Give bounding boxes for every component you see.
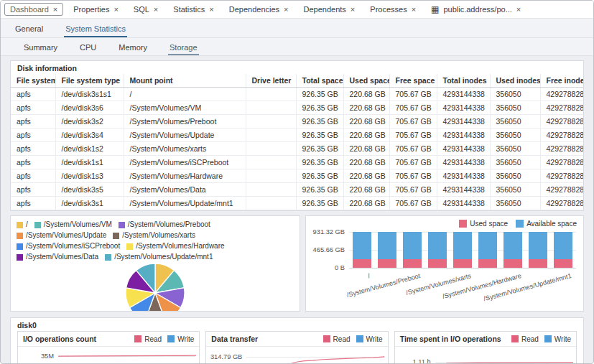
used-space-segment	[503, 259, 522, 268]
legend-swatch	[544, 335, 552, 342]
table-cell: 220.68 GB	[343, 115, 389, 129]
table-cell: 705.67 GB	[389, 88, 437, 101]
close-icon[interactable]: ×	[154, 6, 158, 13]
line-chart-title: Data transfer	[211, 335, 258, 343]
close-icon[interactable]: ×	[284, 6, 288, 13]
available-space-segment	[503, 232, 522, 259]
pie-chart	[11, 262, 300, 312]
tab-general[interactable]: General	[14, 21, 45, 37]
close-icon[interactable]: ×	[53, 6, 57, 13]
legend-item: /System/Volumes/Data	[17, 252, 98, 262]
legend-label: Used space	[470, 220, 508, 228]
column-header: Mount point	[124, 74, 246, 88]
tab-properties[interactable]: Properties×	[68, 4, 124, 15]
main-tabbar: Dashboard×Properties×SQL×Statistics×Depe…	[1, 1, 593, 19]
storage-charts-row: //System/Volumes/VM/System/Volumes/Prebo…	[10, 215, 584, 312]
table-cell: 926.35 GB	[296, 129, 343, 142]
table-cell: apfs	[11, 129, 55, 142]
table-row: apfs/dev/disk1s1/System/Volumes/iSCPrebo…	[11, 156, 583, 169]
legend-item: /System/Volumes/Update/mnt1	[105, 252, 213, 262]
table-cell: 4292788288	[540, 169, 583, 183]
close-icon[interactable]: ×	[351, 6, 355, 13]
table-row: apfs/dev/disk1s3/System/Volumes/Hardware…	[11, 169, 583, 183]
close-icon[interactable]: ×	[113, 6, 118, 13]
table-cell: apfs	[11, 101, 55, 115]
table-cell: 356050	[490, 183, 540, 197]
table-cell: /System/Volumes/Update	[124, 129, 246, 142]
disk-information-panel: Disk information File systemFile system …	[10, 60, 584, 211]
tab-dependents[interactable]: Dependents×	[299, 4, 361, 15]
dashboard-tabbar: GeneralSystem Statistics	[1, 19, 593, 38]
table-cell	[246, 169, 296, 183]
table-cell: 4293144338	[437, 156, 490, 169]
legend-swatch	[323, 335, 330, 342]
available-space-segment	[428, 232, 447, 259]
legend-swatch	[167, 335, 175, 342]
tab-dependencies[interactable]: Dependencies×	[224, 4, 294, 15]
legend-label: /System/Volumes/iSCPreboot	[26, 241, 120, 251]
tab-statistics[interactable]: Statistics×	[168, 4, 218, 15]
y-axis-tick: 465.66 GB	[307, 246, 345, 253]
tab-label: Properties	[73, 5, 109, 14]
legend-swatch	[459, 220, 467, 228]
table-cell: 220.68 GB	[343, 156, 389, 169]
legend-swatch	[17, 222, 23, 228]
legend-swatch	[126, 243, 133, 250]
tab-cpu[interactable]: CPU	[78, 40, 98, 55]
table-cell: 705.67 GB	[389, 142, 437, 156]
y-axis-tick: 35M	[18, 353, 54, 360]
disk-information-title: Disk information	[11, 61, 583, 74]
table-cell: 4293144338	[437, 197, 490, 210]
table-cell: /dev/disk3s1s1	[55, 88, 124, 101]
line-chart-body: 314.79 GB	[206, 347, 387, 364]
tab-summary[interactable]: Summary	[22, 40, 59, 55]
table-cell: 356050	[490, 197, 540, 210]
table-cell: 926.35 GB	[296, 88, 343, 101]
used-space-segment	[453, 259, 472, 268]
legend-label: Available space	[526, 220, 577, 228]
tab-dashboard[interactable]: Dashboard×	[4, 3, 63, 16]
stacked-bar	[554, 232, 572, 268]
table-cell: 926.35 GB	[296, 197, 343, 210]
tab-label: Processes	[370, 5, 407, 14]
table-row: apfs/dev/disk1s2/System/Volumes/xarts926…	[11, 142, 583, 156]
tab-label: public.address/po...	[443, 5, 511, 14]
table-cell: 926.35 GB	[296, 115, 343, 129]
table-cell: /dev/disk3s6	[55, 101, 124, 115]
x-axis-tick: /	[367, 272, 371, 279]
legend-label: /System/Volumes/xarts	[122, 230, 195, 241]
close-icon[interactable]: ×	[516, 6, 521, 13]
legend-item: Write	[544, 335, 571, 343]
legend-item: /System/Volumes/VM	[34, 220, 112, 230]
tab-system-statistics[interactable]: System Statistics	[64, 21, 127, 37]
legend-swatch	[17, 254, 23, 261]
line-chart-body: 1.11 h	[395, 347, 576, 364]
table-cell: 356050	[490, 129, 540, 142]
legend-item: Read	[134, 335, 162, 343]
legend-item: Write	[356, 335, 383, 343]
line-chart-svg	[435, 347, 573, 364]
stacked-bar	[378, 232, 396, 268]
legend-swatch	[17, 243, 23, 250]
table-cell: 4293144338	[437, 169, 490, 183]
disk0-charts: I/O operations countReadWrite35M30MData …	[11, 331, 583, 364]
column-header: Total inodes	[437, 74, 490, 88]
legend-label: /System/Volumes/Hardware	[136, 241, 224, 251]
tab-sql[interactable]: SQL×	[129, 4, 163, 15]
close-icon[interactable]: ×	[209, 6, 213, 13]
column-header: Free space	[389, 74, 437, 88]
tab-public-address-po-[interactable]: ▦public.address/po...×	[426, 4, 526, 15]
table-cell: /dev/disk3s2	[55, 115, 124, 129]
tab-storage[interactable]: Storage	[168, 40, 199, 55]
legend-item: /System/Volumes/Update	[17, 230, 106, 241]
table-cell: 705.67 GB	[389, 129, 437, 142]
used-space-segment	[353, 259, 371, 268]
close-icon[interactable]: ×	[412, 6, 416, 13]
tab-processes[interactable]: Processes×	[365, 4, 421, 15]
system-statistics-tabbar: SummaryCPUMemoryStorage	[1, 38, 593, 56]
table-cell: 220.68 GB	[343, 183, 389, 197]
table-cell: apfs	[11, 115, 55, 129]
table-cell: 220.68 GB	[343, 101, 389, 115]
tab-memory[interactable]: Memory	[117, 40, 149, 55]
stacked-bar	[403, 232, 422, 268]
